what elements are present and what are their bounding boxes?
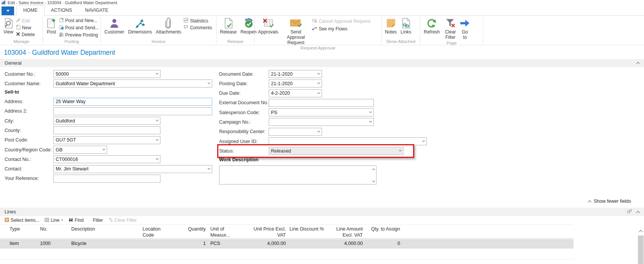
ribbon-group-release: Release Reopen Release [216, 16, 255, 45]
attachments-button[interactable]: Attachments [154, 16, 183, 39]
contact-no-field[interactable]: CT000016 [53, 155, 160, 163]
select-items-button[interactable]: Select items... [3, 218, 41, 223]
customer-name-field[interactable]: Guildford Water Department [53, 80, 212, 87]
page-title: 103004 · Guildford Water Department [4, 49, 115, 57]
tab-navigate[interactable]: NAVIGATE [78, 6, 115, 15]
empty-row-divider [0, 259, 574, 259]
column-header-no[interactable]: No. [36, 225, 67, 239]
window-title: Edit - Sales Invoice - 103004 · Guildfor… [8, 0, 117, 5]
work-description-field[interactable] [219, 165, 376, 184]
address2-field[interactable] [53, 107, 212, 115]
clear-filter-button[interactable]: Clear Filter [442, 16, 459, 40]
assigned-user-id-field[interactable] [269, 137, 427, 145]
lines-section-header[interactable]: Lines [0, 208, 644, 216]
approvals-button[interactable]: Approvals [256, 16, 280, 45]
country-region-code-field[interactable]: GB [53, 146, 107, 154]
general-section-header[interactable]: General [0, 59, 644, 67]
column-header-unit-price[interactable]: Unit Price Excl. VAT [244, 225, 287, 239]
reopen-icon [243, 17, 254, 29]
column-header-unit-of-measure[interactable]: Unit of Measur... [207, 225, 244, 239]
scroll-down-icon[interactable] [372, 180, 375, 182]
edit-icon [16, 18, 21, 24]
statistics-button[interactable]: Statistics [184, 18, 212, 24]
posting-date-field[interactable]: 21-1-2020 [269, 80, 322, 87]
links-icon [401, 17, 410, 29]
view-button[interactable]: View [2, 16, 15, 39]
table-row[interactable]: Item 1000 Bicycle 1 PCS 4,000.00 4,000.0… [0, 239, 574, 248]
post-button[interactable]: Post [45, 16, 58, 39]
your-reference-field[interactable] [53, 175, 160, 183]
clear-filter-lines-button[interactable]: Clear Filter [107, 218, 138, 223]
chevron-down-icon [369, 120, 372, 122]
cancel-approval-request-icon [312, 19, 317, 24]
collapse-general-icon[interactable] [636, 62, 640, 66]
post-and-send-icon [59, 25, 64, 31]
tab-home[interactable]: HOME [16, 5, 45, 16]
preview-posting-button[interactable]: Preview Posting [59, 32, 99, 38]
customer-no-label: Customer No.: [5, 72, 53, 77]
chevron-down-icon [103, 148, 105, 150]
sell-to-heading: Sell-to [5, 89, 213, 96]
release-button[interactable]: Release [218, 16, 239, 39]
go-to-button[interactable]: Go to [459, 16, 471, 40]
chevron-down-icon [399, 149, 402, 151]
address-field[interactable]: 25 Water Way [53, 98, 212, 106]
contact-field[interactable]: Mr. Jim Stewart [53, 165, 212, 173]
line-grid-icon [45, 218, 49, 223]
notes-button[interactable]: Notes [383, 16, 399, 39]
column-header-type[interactable]: Type [0, 225, 36, 239]
column-header-quantity[interactable]: Quantity [183, 225, 207, 239]
due-date-field[interactable]: 4-2-2020 [269, 89, 322, 97]
customer-no-field[interactable]: 50000 [53, 70, 160, 78]
show-fewer-fields-link[interactable]: Show fewer fields [588, 199, 631, 204]
column-header-line-discount[interactable]: Line Discount % [287, 225, 325, 239]
column-header-line-amount[interactable]: Line Amount Excl. VAT [325, 225, 364, 239]
campaign-no-field[interactable] [269, 118, 374, 126]
filter-button[interactable]: Filter [91, 218, 104, 223]
send-approval-request-button[interactable]: Send Approval Request [280, 16, 311, 45]
delete-button[interactable]: Delete [16, 32, 35, 37]
refresh-button[interactable]: Refresh [422, 16, 442, 40]
send-approval-request-icon [290, 17, 302, 29]
column-header-description[interactable]: Description [67, 225, 137, 239]
new-button[interactable]: New [16, 25, 35, 31]
chevron-down-icon [317, 72, 320, 75]
customize-gear-icon[interactable] [626, 209, 632, 215]
find-button[interactable]: Find [67, 218, 85, 223]
app-icon [1, 0, 6, 5]
edit-button[interactable]: Edit [16, 18, 35, 24]
window-titlebar: Edit - Sales Invoice - 103004 · Guildfor… [0, 0, 644, 5]
comments-button[interactable]: Comments [184, 25, 212, 30]
view-icon [4, 17, 13, 29]
collapse-lines-icon[interactable] [636, 211, 640, 215]
document-date-field[interactable]: 21-1-2020 [269, 70, 322, 78]
customer-name-label: Customer Name: [5, 81, 53, 86]
post-code-field[interactable]: GU7 5GT [53, 136, 160, 144]
scrollbar-up-arrow[interactable] [638, 228, 644, 235]
post-and-send-button[interactable]: Post and Send... [59, 25, 99, 31]
external-document-no-field[interactable] [269, 99, 374, 107]
links-button[interactable]: Links [399, 16, 413, 39]
dimensions-button[interactable]: Dimensions [126, 16, 154, 39]
scrollbar-thumb[interactable] [638, 235, 644, 264]
chevron-down-icon [317, 130, 320, 132]
app-menu-button[interactable] [2, 6, 14, 15]
caret-down-icon [61, 220, 63, 221]
tab-actions[interactable]: ACTIONS [45, 6, 79, 15]
salesperson-code-field[interactable]: PS [269, 108, 374, 116]
cancel-approval-request-button[interactable]: Cancel Approval Request [312, 19, 370, 24]
lines-vertical-scrollbar[interactable] [638, 228, 644, 264]
chevron-down-icon [156, 157, 159, 160]
city-field[interactable]: Guildford [53, 117, 160, 125]
see-my-flows-button[interactable]: See my Flows [312, 26, 370, 32]
contact-no-label: Contact No.: [5, 157, 53, 162]
county-field[interactable] [53, 126, 160, 134]
line-menu-button[interactable]: Line [43, 218, 65, 223]
scroll-up-icon[interactable] [372, 169, 375, 171]
column-header-qty-to-assign[interactable]: Qty. to Assign [364, 225, 401, 239]
customer-button[interactable]: Customer [103, 16, 126, 39]
post-and-new-button[interactable]: Post and New... [59, 17, 99, 24]
column-header-location-code[interactable]: Location Code [137, 225, 183, 239]
chevron-down-icon [369, 110, 372, 113]
responsibility-center-field[interactable] [269, 128, 322, 136]
